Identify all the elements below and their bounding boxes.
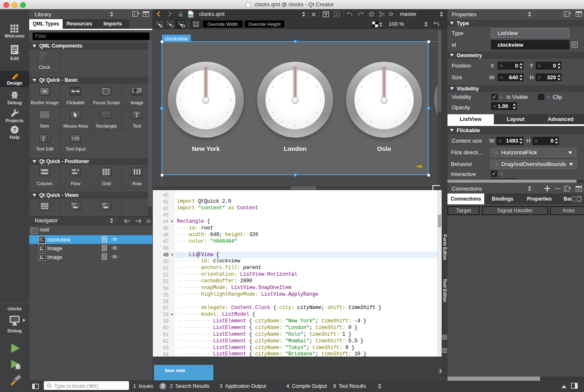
svg-text:?: ? xyxy=(13,127,16,133)
svg-text:qml: qml xyxy=(189,15,193,17)
svg-text:T: T xyxy=(135,111,139,118)
svg-text:T: T xyxy=(41,136,45,142)
svg-text:A: A xyxy=(171,24,174,28)
